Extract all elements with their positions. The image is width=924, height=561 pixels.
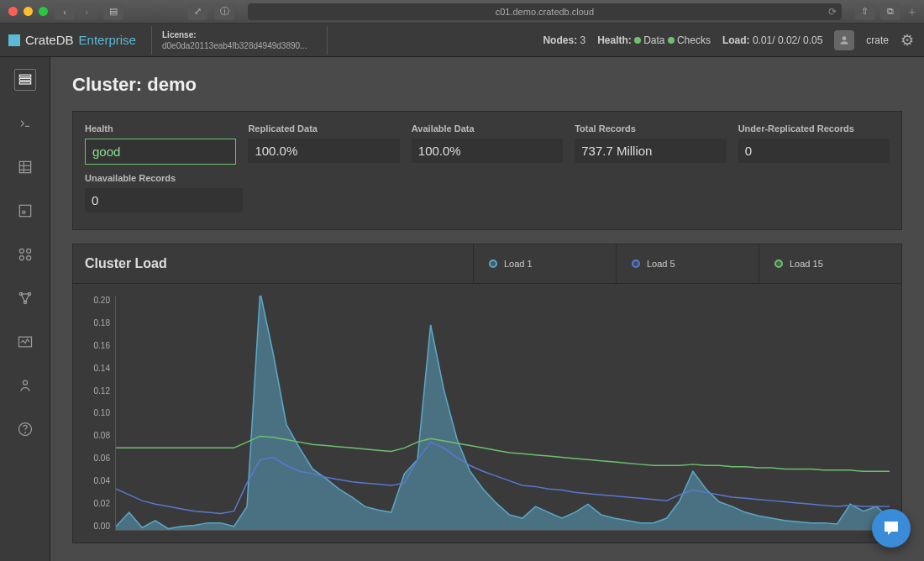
y-tick: 0.16 [85,341,110,350]
svg-rect-3 [19,82,30,85]
stat-block: Total Records737.7 Million [575,123,726,165]
reload-icon[interactable]: ⟳ [828,6,837,18]
chart-title: Cluster Load [73,244,473,283]
stat-label: Total Records [575,123,726,134]
stat-value: 0 [738,139,890,163]
legend-load-5[interactable]: Load 5 [616,244,759,283]
user-icon[interactable] [834,30,854,50]
sidebar-item-shards[interactable] [14,200,36,222]
y-tick: 0.20 [85,296,110,305]
back-button[interactable]: ‹ [55,3,75,20]
username: crate [866,34,889,46]
sidebar-item-console[interactable] [14,113,36,134]
stat-label: Available Data [412,123,563,134]
forward-button[interactable]: › [76,3,97,20]
brand-icon [8,34,20,46]
legend-load-1[interactable]: Load 1 [473,244,616,283]
y-tick: 0.02 [85,499,110,508]
stat-label: Unavailable Records [85,173,243,183]
sidebar-item-monitoring[interactable] [14,331,36,353]
svg-line-19 [21,294,25,302]
y-tick: 0.14 [85,364,110,373]
legend-dot-icon [489,260,497,268]
sidebar-item-tables[interactable] [14,156,36,178]
svg-line-20 [25,294,29,302]
site-info-button[interactable]: ⓘ [214,3,234,20]
y-tick: 0.06 [85,454,110,463]
health-dot-data [634,37,641,44]
sidebar-item-help[interactable] [14,418,36,440]
chat-icon [881,518,901,538]
url-bar[interactable]: c01.demo.cratedb.cloud ⟳ [248,3,842,20]
chart-body: 0.200.180.160.140.120.100.080.060.040.02… [73,284,901,531]
sidebar-item-nodes[interactable] [14,287,36,309]
stat-value: 100.0% [248,139,399,163]
brand[interactable]: CrateDB Enterprise [0,33,151,47]
svg-point-14 [26,256,30,260]
chart-y-axis: 0.200.180.160.140.120.100.080.060.040.02… [85,296,115,531]
sidebar-item-overview[interactable] [14,69,36,91]
stat-label: Replicated Data [248,123,399,134]
stat-block: Replicated Data100.0% [248,123,399,165]
maximize-window-icon[interactable] [39,7,48,16]
nav-buttons: ‹ › [55,3,97,20]
stats-panel: HealthgoodReplicated Data100.0%Available… [72,111,902,230]
chart-plot [115,296,890,531]
brand-sub: Enterprise [79,33,136,47]
stat-value: good [85,139,236,165]
topbar: CrateDB Enterprise License: d0e0da20113e… [0,24,924,57]
load-status: Load: 0.01/ 0.02/ 0.05 [722,34,822,46]
y-tick: 0.12 [85,386,110,396]
stat-label: Health [85,123,236,134]
chart-header: Cluster Load Load 1 Load 5 Load 15 [73,244,901,284]
url-text: c01.demo.cratedb.cloud [496,7,594,17]
window-controls [8,7,48,16]
health-status: Health: Data Checks [597,34,711,46]
stat-block: Available Data100.0% [412,123,563,165]
svg-point-13 [19,256,24,260]
license-block: License: d0e0da20113eab4fb328d4949d3890.… [151,26,328,55]
minimize-window-icon[interactable] [24,7,33,16]
reader-button[interactable]: ⤢ [187,3,207,20]
sidebar [0,57,50,561]
svg-point-22 [23,380,27,385]
stat-block: Healthgood [85,123,236,165]
browser-chrome: ‹ › ▤ ⤢ ⓘ c01.demo.cratedb.cloud ⟳ ⇧ ⧉ + [0,0,924,24]
stat-value: 100.0% [412,139,563,163]
share-button[interactable]: ⇧ [855,3,875,20]
svg-rect-5 [19,161,30,172]
sidebar-item-cluster[interactable] [14,244,36,265]
svg-rect-2 [19,78,30,81]
sidebar-toggle-button[interactable]: ▤ [103,3,123,20]
legend-dot-icon [632,260,640,268]
intercom-launcher[interactable] [872,509,911,548]
license-value: d0e0da20113eab4fb328d4949d3890... [162,41,307,50]
legend-load-15[interactable]: Load 15 [759,244,901,283]
page-title: Cluster: demo [72,74,902,96]
brand-main: CrateDB [25,33,74,47]
legend-dot-icon [774,260,783,268]
topbar-right: Nodes: 3 Health: Data Checks Load: 0.01/… [543,30,924,50]
stat-block: Unavailable Records0 [85,173,243,212]
stat-block: Under-Replicated Records0 [738,123,890,165]
stat-value: 0 [85,188,243,212]
nodes-status: Nodes: 3 [543,34,585,46]
svg-point-0 [843,36,847,40]
sidebar-item-users[interactable] [14,375,36,396]
svg-rect-21 [18,337,31,347]
license-label: License: [162,30,197,39]
y-tick: 0.04 [85,476,110,485]
close-window-icon[interactable] [8,7,18,16]
svg-point-12 [26,249,30,253]
y-tick: 0.00 [85,522,110,531]
svg-point-10 [22,211,24,213]
settings-icon[interactable]: ⚙ [900,31,914,50]
svg-point-11 [19,249,24,253]
y-tick: 0.10 [85,408,110,417]
y-tick: 0.08 [85,431,110,440]
content: Cluster: demo HealthgoodReplicated Data1… [50,57,924,561]
tabs-button[interactable]: ⧉ [880,3,900,20]
health-dot-checks [668,37,675,44]
new-tab-button[interactable]: + [909,5,916,18]
svg-point-24 [24,433,25,433]
